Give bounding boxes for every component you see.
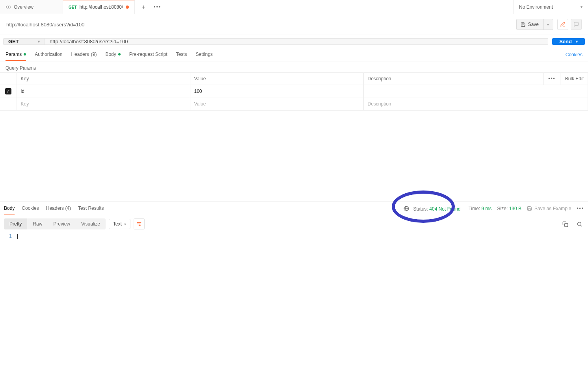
tab-settings[interactable]: Settings <box>196 48 213 61</box>
save-dropdown[interactable]: ▾ <box>543 19 549 30</box>
time-label: Time: <box>469 206 480 211</box>
time-value[interactable]: 9 ms <box>482 206 492 211</box>
size-label: Size: <box>497 206 508 211</box>
tab-tests[interactable]: Tests <box>176 48 187 61</box>
format-bar: Pretty Raw Preview Visualize Text ▾ <box>0 215 588 233</box>
tab-auth-label: Authorization <box>35 52 62 57</box>
comments-button[interactable] <box>571 19 582 30</box>
copy-button[interactable] <box>560 219 570 229</box>
tab-overflow-button[interactable]: ••• <box>153 2 162 12</box>
query-params-label: Query Params <box>0 61 588 72</box>
resp-tab-headers[interactable]: Headers (4) <box>46 202 71 215</box>
param-desc-input[interactable] <box>368 89 584 94</box>
request-title: http://localhost:8080/users?id=100 <box>6 22 84 28</box>
tab-request[interactable]: GET http://localhost:8080/u <box>63 0 135 14</box>
globe-icon <box>404 205 411 212</box>
chevron-down-icon: ▾ <box>124 222 126 226</box>
send-button[interactable]: Send ▾ <box>552 38 585 45</box>
tab-prerequest-label: Pre-request Script <box>129 52 167 57</box>
tab-method-badge: GET <box>69 5 77 9</box>
svg-rect-8 <box>564 223 568 226</box>
environment-label: No Environment <box>519 4 553 10</box>
tab-overview[interactable]: Overview <box>0 0 63 14</box>
tab-headers[interactable]: Headers (9) <box>71 48 97 61</box>
view-mode-segment: Pretty Raw Preview Visualize <box>4 218 106 229</box>
language-selector[interactable]: Text ▾ <box>109 219 130 229</box>
tab-body[interactable]: Body <box>105 48 120 61</box>
edit-button[interactable] <box>557 19 568 30</box>
tab-authorization[interactable]: Authorization <box>35 48 62 61</box>
tab-request-label: http://localhost:8080/u <box>80 4 123 10</box>
active-dot-icon <box>118 53 121 55</box>
status-value[interactable]: 404 Not Found <box>429 206 460 212</box>
view-visualize[interactable]: Visualize <box>76 218 106 229</box>
bulk-edit-link[interactable]: Bulk Edit <box>560 73 588 85</box>
col-options[interactable]: ••• <box>544 73 560 85</box>
tab-params[interactable]: Params <box>6 48 26 61</box>
params-table: Key Value Description ••• Bulk Edit ✓ <box>0 72 588 110</box>
chevron-down-icon: ▾ <box>38 39 40 44</box>
row-checkbox[interactable]: ✓ <box>5 88 11 94</box>
col-key: Key <box>17 73 190 85</box>
new-tab-button[interactable] <box>139 2 148 12</box>
resp-tab-body[interactable]: Body <box>4 202 15 215</box>
col-description: Description <box>363 73 544 85</box>
response-overflow-button[interactable]: ••• <box>577 206 584 211</box>
cookies-link[interactable]: Cookies <box>566 52 582 57</box>
chevron-down-icon: ▾ <box>581 5 582 9</box>
search-response-button[interactable] <box>575 219 584 229</box>
save-as-example-button[interactable]: Save as Example <box>527 206 571 211</box>
url-input[interactable] <box>45 38 548 45</box>
language-label: Text <box>113 221 122 227</box>
save-icon <box>521 22 526 27</box>
method-selector[interactable]: GET ▾ <box>3 38 45 45</box>
resp-tab-cookies-label: Cookies <box>22 205 39 211</box>
chevron-down-icon: ▾ <box>576 39 578 44</box>
tab-headers-label: Headers <box>71 52 89 57</box>
send-button-label: Send <box>559 39 572 44</box>
url-row: GET ▾ Send ▾ <box>0 35 588 48</box>
col-checkbox <box>0 73 17 85</box>
view-raw[interactable]: Raw <box>27 218 48 229</box>
svg-point-9 <box>577 222 581 226</box>
text-cursor <box>17 234 18 239</box>
method-label: GET <box>8 39 19 44</box>
request-title-row: http://localhost:8080/users?id=100 Save … <box>0 14 588 35</box>
table-row-empty <box>0 98 588 110</box>
svg-line-10 <box>581 225 582 226</box>
view-pretty[interactable]: Pretty <box>4 218 27 229</box>
param-desc-input[interactable] <box>368 101 584 107</box>
param-value-input[interactable] <box>194 101 359 107</box>
request-tabs: Params Authorization Headers (9) Body Pr… <box>0 48 588 61</box>
tab-actions: ••• <box>135 0 166 14</box>
active-dot-icon <box>24 53 26 55</box>
param-key-input[interactable] <box>21 101 186 107</box>
view-preview[interactable]: Preview <box>48 218 76 229</box>
tab-params-label: Params <box>6 52 22 57</box>
chevron-down-icon: ▾ <box>547 22 549 27</box>
tab-overview-label: Overview <box>14 4 33 10</box>
wrap-lines-button[interactable] <box>134 218 145 229</box>
more-icon: ••• <box>548 76 556 81</box>
save-button[interactable]: Save ▾ <box>516 19 553 30</box>
overview-icon <box>6 4 11 10</box>
param-key-input[interactable] <box>21 89 186 94</box>
environment-selector[interactable]: No Environment ▾ <box>513 0 588 14</box>
size-value[interactable]: 130 B <box>509 206 521 211</box>
resp-tab-testresults-label: Test Results <box>78 205 104 211</box>
resp-tab-headers-count: (4) <box>65 205 71 211</box>
tab-tests-label: Tests <box>176 52 187 57</box>
wrap-icon <box>136 221 142 227</box>
unsaved-dot-icon <box>126 6 129 9</box>
resp-tab-testresults[interactable]: Test Results <box>78 202 104 215</box>
response-body[interactable]: 1 <box>0 233 588 239</box>
resp-tab-cookies[interactable]: Cookies <box>22 202 39 215</box>
tab-body-label: Body <box>105 52 116 57</box>
table-row: ✓ <box>0 85 588 98</box>
tab-headers-count: (9) <box>91 52 97 57</box>
param-value-input[interactable] <box>194 89 359 94</box>
tab-prerequest[interactable]: Pre-request Script <box>129 48 167 61</box>
comment-icon <box>573 22 579 27</box>
code-content[interactable] <box>16 233 588 239</box>
save-example-label: Save as Example <box>534 206 571 211</box>
